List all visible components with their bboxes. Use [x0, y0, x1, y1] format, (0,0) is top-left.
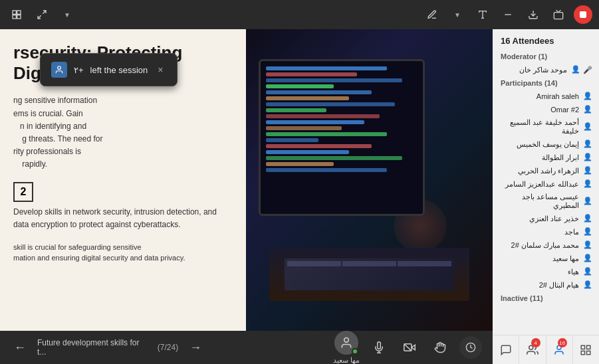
tab-more[interactable]: [573, 335, 599, 364]
sidebar-title: 16 Attendees: [493, 29, 599, 50]
list-item[interactable]: 👤 إيمان يوسف الخميس: [493, 137, 599, 151]
bottom-navigation-bar: ← Future development skills for t... (7/…: [0, 331, 493, 364]
participant-name: ابرار الطوالة: [542, 153, 579, 162]
svg-line-5: [38, 15, 41, 19]
notif-count: ٢+: [74, 65, 84, 75]
dropdown-icon[interactable]: ▼: [57, 5, 77, 25]
moderator-section-label: Moderator (1): [493, 50, 599, 63]
person-icon: 👤: [583, 92, 592, 101]
person-icon: 👤: [583, 197, 592, 206]
moderator-item[interactable]: 🎤 👤 موحد شاكر خان: [493, 63, 599, 76]
main-area: ٢+ left the session × rsecurity: Protect…: [0, 29, 599, 364]
user-section: مها سعيد: [333, 331, 360, 365]
participant-name: عبدالله عبدالعزيز السامر: [505, 180, 579, 189]
list-item[interactable]: 👤 ابرار الطوالة: [493, 151, 599, 164]
person-icon: 👤: [583, 153, 592, 162]
layout-icon[interactable]: [7, 5, 27, 25]
notif-close-button[interactable]: ×: [154, 64, 166, 76]
list-item[interactable]: 👤 هيام البتال #2: [493, 278, 599, 292]
line-tool-icon[interactable]: [498, 5, 518, 25]
participant-name: هيام البتال #2: [539, 281, 579, 290]
user-avatar[interactable]: [334, 331, 358, 355]
participant-name: محمد مبارك سلمان #2: [511, 241, 579, 250]
person-icon: 👤: [571, 65, 580, 74]
list-item[interactable]: 👤 أحمد خليفة عبد السميع خليفة: [493, 116, 599, 137]
list-item[interactable]: 👤 عيسى مساعد باجد المطيري: [493, 191, 599, 212]
right-sidebar: 16 Attendees Moderator (1) 🎤 👤 موحد شاكر…: [493, 29, 599, 364]
list-item[interactable]: 👤 Omar #2: [493, 103, 599, 116]
slide-image-panel: [246, 29, 493, 331]
username-label: مها سعيد: [333, 356, 360, 365]
laptop-screen: [259, 59, 425, 216]
svg-rect-21: [587, 345, 590, 349]
svg-rect-0: [13, 11, 16, 14]
stop-button[interactable]: [574, 5, 592, 24]
svg-rect-2: [13, 15, 16, 19]
person-icon: 👤: [583, 267, 592, 276]
online-indicator: [352, 348, 358, 355]
svg-rect-1: [17, 11, 21, 14]
laptop-image: [246, 29, 493, 331]
mic-button[interactable]: [368, 336, 390, 359]
camera-button[interactable]: [398, 336, 421, 359]
participant-name: إيمان يوسف الخميس: [517, 140, 579, 149]
participant-list: 👤 Amirah saleh 👤 Omar #2 👤 أحمد خليفة عب…: [493, 90, 599, 335]
svg-rect-10: [554, 13, 562, 19]
participant-name: أحمد خليفة عبد السميع خليفة: [499, 118, 579, 136]
code-display: [261, 61, 423, 177]
list-item[interactable]: 👤 Amirah saleh: [493, 90, 599, 103]
text-tool-icon[interactable]: [473, 5, 493, 25]
list-item[interactable]: 👤 ماجد: [493, 225, 599, 238]
person-icon: 👤: [583, 280, 592, 290]
attendees-badge: 16: [558, 338, 567, 347]
numbered-section: 2 Develop skills in network security, in…: [13, 182, 233, 231]
tab-participants[interactable]: 4: [519, 335, 546, 364]
slide-footer-text: skill is crucial for safeguarding sensit…: [13, 242, 233, 264]
hand-button[interactable]: [429, 336, 451, 359]
list-item[interactable]: 👤 محمد مبارك سلمان #2: [493, 238, 599, 252]
notif-message: left the session: [90, 65, 148, 75]
list-item[interactable]: 👤 مها سعيد: [493, 252, 599, 265]
list-item[interactable]: 👤 الزهراء راشد الحربي: [493, 164, 599, 177]
prev-slide-button[interactable]: ←: [11, 338, 29, 357]
participants-section-label: Participants (14): [493, 76, 599, 90]
moderator-name: موحد شاكر خان: [519, 66, 567, 74]
sidebar-bottom-tabs: 4 16: [493, 335, 599, 364]
slide-counter: (7/24): [158, 343, 178, 352]
person-icon: 👤: [583, 214, 592, 223]
svg-line-4: [43, 11, 46, 14]
numbered-text: Develop skills in network security, intr…: [13, 206, 233, 231]
svg-rect-23: [582, 351, 585, 354]
participant-name: Amirah saleh: [537, 92, 579, 100]
next-slide-button[interactable]: →: [186, 338, 205, 357]
record-icon[interactable]: [548, 5, 568, 25]
stop-icon: [580, 11, 586, 18]
notif-user-icon: [51, 62, 67, 78]
person-icon: 👤: [583, 105, 592, 114]
slide-title-bottom: Future development skills for t...: [37, 338, 150, 357]
participant-name: عيسى مساعد باجد المطيري: [499, 193, 579, 210]
tab-chat[interactable]: [493, 335, 519, 364]
tab-attendees[interactable]: 16: [546, 335, 573, 364]
person-icon: 👤: [583, 166, 592, 175]
list-item[interactable]: 👤 خذير عناد العنزي: [493, 212, 599, 225]
person-icon: 👤: [583, 227, 592, 236]
inactive-section-label: Inactive (11): [493, 292, 599, 305]
svg-line-16: [404, 344, 412, 351]
svg-rect-20: [582, 345, 585, 349]
participant-name: الزهراء راشد الحربي: [518, 167, 579, 175]
svg-rect-22: [587, 351, 590, 354]
notification-popup: ٢+ left the session ×: [40, 53, 178, 86]
list-item[interactable]: 👤 هياء: [493, 265, 599, 278]
download-icon[interactable]: [523, 5, 543, 25]
slide-number-box: 2: [13, 182, 33, 202]
clock-button[interactable]: [459, 336, 482, 359]
svg-rect-3: [17, 15, 21, 19]
participant-name: Omar #2: [550, 106, 579, 114]
svg-point-12: [344, 337, 349, 342]
list-item[interactable]: 👤 عبدالله عبدالعزيز السامر: [493, 177, 599, 191]
person-icon: 👤: [583, 179, 592, 189]
pen-dropdown-icon[interactable]: ▼: [447, 5, 467, 25]
expand-icon[interactable]: [32, 5, 52, 25]
pen-tool-icon[interactable]: [422, 5, 442, 25]
